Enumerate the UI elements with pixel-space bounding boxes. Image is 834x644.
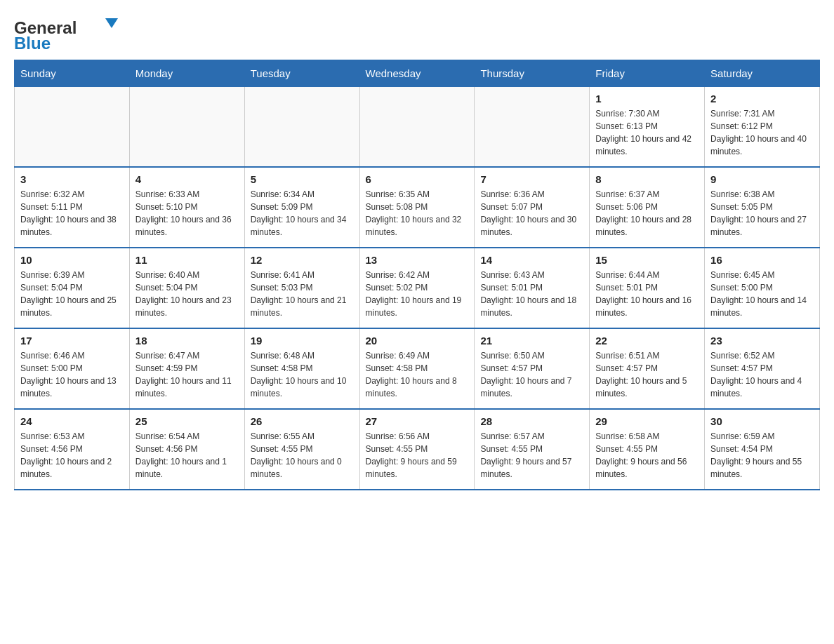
calendar-cell: 13Sunrise: 6:42 AM Sunset: 5:02 PM Dayli… [359, 248, 475, 328]
day-number: 13 [366, 254, 469, 266]
day-info: Sunrise: 6:48 AM Sunset: 4:58 PM Dayligh… [251, 349, 354, 400]
day-info: Sunrise: 6:39 AM Sunset: 5:04 PM Dayligh… [20, 269, 124, 319]
weekday-header-monday: Monday [129, 60, 244, 87]
day-info: Sunrise: 6:43 AM Sunset: 5:01 PM Dayligh… [480, 269, 583, 319]
day-number: 29 [595, 415, 699, 427]
calendar-cell: 27Sunrise: 6:56 AM Sunset: 4:55 PM Dayli… [359, 409, 475, 490]
weekday-header-thursday: Thursday [475, 60, 590, 87]
logo-svg: General Blue [14, 14, 133, 53]
day-number: 20 [366, 335, 469, 347]
day-info: Sunrise: 6:36 AM Sunset: 5:07 PM Dayligh… [480, 188, 583, 239]
day-number: 9 [710, 173, 814, 185]
calendar-cell: 28Sunrise: 6:57 AM Sunset: 4:55 PM Dayli… [475, 409, 590, 490]
calendar-cell: 14Sunrise: 6:43 AM Sunset: 5:01 PM Dayli… [475, 248, 590, 328]
day-number: 17 [20, 335, 124, 347]
day-number: 14 [480, 254, 583, 266]
svg-marker-1 [105, 18, 118, 28]
day-number: 1 [595, 93, 699, 105]
day-info: Sunrise: 6:35 AM Sunset: 5:08 PM Dayligh… [366, 188, 469, 239]
calendar-cell: 12Sunrise: 6:41 AM Sunset: 5:03 PM Dayli… [244, 248, 359, 328]
day-info: Sunrise: 6:58 AM Sunset: 4:55 PM Dayligh… [595, 430, 699, 481]
calendar-cell: 22Sunrise: 6:51 AM Sunset: 4:57 PM Dayli… [590, 328, 705, 409]
calendar-cell: 20Sunrise: 6:49 AM Sunset: 4:58 PM Dayli… [359, 328, 475, 409]
day-number: 15 [595, 254, 699, 266]
calendar-cell: 23Sunrise: 6:52 AM Sunset: 4:57 PM Dayli… [705, 328, 820, 409]
day-number: 7 [480, 173, 583, 185]
day-number: 5 [251, 173, 354, 185]
day-number: 22 [595, 335, 699, 347]
day-number: 8 [595, 173, 699, 185]
day-number: 2 [710, 93, 814, 105]
day-info: Sunrise: 6:32 AM Sunset: 5:11 PM Dayligh… [20, 188, 124, 239]
calendar-cell [244, 87, 359, 168]
day-info: Sunrise: 6:44 AM Sunset: 5:01 PM Dayligh… [595, 269, 699, 319]
day-number: 3 [20, 173, 124, 185]
day-info: Sunrise: 6:37 AM Sunset: 5:06 PM Dayligh… [595, 188, 699, 239]
calendar-cell: 2Sunrise: 7:31 AM Sunset: 6:12 PM Daylig… [705, 87, 820, 168]
logo: General Blue [14, 14, 133, 53]
weekday-header-row: SundayMondayTuesdayWednesdayThursdayFrid… [15, 60, 820, 87]
calendar-table: SundayMondayTuesdayWednesdayThursdayFrid… [14, 60, 820, 490]
day-number: 25 [135, 415, 239, 427]
calendar-cell [129, 87, 244, 168]
day-number: 28 [480, 415, 583, 427]
day-number: 4 [135, 173, 239, 185]
calendar-cell [475, 87, 590, 168]
day-info: Sunrise: 6:50 AM Sunset: 4:57 PM Dayligh… [480, 349, 583, 400]
calendar-cell: 26Sunrise: 6:55 AM Sunset: 4:55 PM Dayli… [244, 409, 359, 490]
calendar-cell: 17Sunrise: 6:46 AM Sunset: 5:00 PM Dayli… [15, 328, 130, 409]
day-number: 19 [251, 335, 354, 347]
calendar-cell: 1Sunrise: 7:30 AM Sunset: 6:13 PM Daylig… [590, 87, 705, 168]
day-number: 21 [480, 335, 583, 347]
day-number: 18 [135, 335, 239, 347]
week-row-2: 3Sunrise: 6:32 AM Sunset: 5:11 PM Daylig… [15, 167, 820, 248]
day-info: Sunrise: 6:40 AM Sunset: 5:04 PM Dayligh… [135, 269, 239, 319]
calendar-cell: 11Sunrise: 6:40 AM Sunset: 5:04 PM Dayli… [129, 248, 244, 328]
day-info: Sunrise: 6:42 AM Sunset: 5:02 PM Dayligh… [366, 269, 469, 319]
weekday-header-tuesday: Tuesday [244, 60, 359, 87]
day-info: Sunrise: 6:51 AM Sunset: 4:57 PM Dayligh… [595, 349, 699, 400]
calendar-cell: 30Sunrise: 6:59 AM Sunset: 4:54 PM Dayli… [705, 409, 820, 490]
weekday-header-friday: Friday [590, 60, 705, 87]
calendar-cell: 4Sunrise: 6:33 AM Sunset: 5:10 PM Daylig… [129, 167, 244, 248]
calendar-cell [359, 87, 475, 168]
day-number: 16 [710, 254, 814, 266]
day-info: Sunrise: 6:55 AM Sunset: 4:55 PM Dayligh… [251, 430, 354, 481]
calendar-cell: 29Sunrise: 6:58 AM Sunset: 4:55 PM Dayli… [590, 409, 705, 490]
weekday-header-sunday: Sunday [15, 60, 130, 87]
day-number: 12 [251, 254, 354, 266]
weekday-header-wednesday: Wednesday [359, 60, 475, 87]
calendar-cell: 24Sunrise: 6:53 AM Sunset: 4:56 PM Dayli… [15, 409, 130, 490]
week-row-5: 24Sunrise: 6:53 AM Sunset: 4:56 PM Dayli… [15, 409, 820, 490]
day-number: 23 [710, 335, 814, 347]
day-number: 6 [366, 173, 469, 185]
day-info: Sunrise: 6:52 AM Sunset: 4:57 PM Dayligh… [710, 349, 814, 400]
calendar-cell: 15Sunrise: 6:44 AM Sunset: 5:01 PM Dayli… [590, 248, 705, 328]
day-number: 27 [366, 415, 469, 427]
weekday-header-saturday: Saturday [705, 60, 820, 87]
day-info: Sunrise: 6:33 AM Sunset: 5:10 PM Dayligh… [135, 188, 239, 239]
calendar-cell: 25Sunrise: 6:54 AM Sunset: 4:56 PM Dayli… [129, 409, 244, 490]
week-row-4: 17Sunrise: 6:46 AM Sunset: 5:00 PM Dayli… [15, 328, 820, 409]
day-info: Sunrise: 6:56 AM Sunset: 4:55 PM Dayligh… [366, 430, 469, 481]
week-row-3: 10Sunrise: 6:39 AM Sunset: 5:04 PM Dayli… [15, 248, 820, 328]
calendar-cell [15, 87, 130, 168]
day-number: 26 [251, 415, 354, 427]
day-number: 30 [710, 415, 814, 427]
week-row-1: 1Sunrise: 7:30 AM Sunset: 6:13 PM Daylig… [15, 87, 820, 168]
calendar-cell: 9Sunrise: 6:38 AM Sunset: 5:05 PM Daylig… [705, 167, 820, 248]
calendar-cell: 5Sunrise: 6:34 AM Sunset: 5:09 PM Daylig… [244, 167, 359, 248]
day-number: 11 [135, 254, 239, 266]
day-info: Sunrise: 6:57 AM Sunset: 4:55 PM Dayligh… [480, 430, 583, 481]
calendar-cell: 19Sunrise: 6:48 AM Sunset: 4:58 PM Dayli… [244, 328, 359, 409]
calendar-cell: 18Sunrise: 6:47 AM Sunset: 4:59 PM Dayli… [129, 328, 244, 409]
day-info: Sunrise: 6:49 AM Sunset: 4:58 PM Dayligh… [366, 349, 469, 400]
day-info: Sunrise: 7:31 AM Sunset: 6:12 PM Dayligh… [710, 107, 814, 158]
svg-text:Blue: Blue [14, 34, 51, 53]
day-info: Sunrise: 6:45 AM Sunset: 5:00 PM Dayligh… [710, 269, 814, 319]
day-info: Sunrise: 6:41 AM Sunset: 5:03 PM Dayligh… [251, 269, 354, 319]
day-info: Sunrise: 6:38 AM Sunset: 5:05 PM Dayligh… [710, 188, 814, 239]
calendar-cell: 7Sunrise: 6:36 AM Sunset: 5:07 PM Daylig… [475, 167, 590, 248]
calendar-cell: 10Sunrise: 6:39 AM Sunset: 5:04 PM Dayli… [15, 248, 130, 328]
day-info: Sunrise: 6:34 AM Sunset: 5:09 PM Dayligh… [251, 188, 354, 239]
